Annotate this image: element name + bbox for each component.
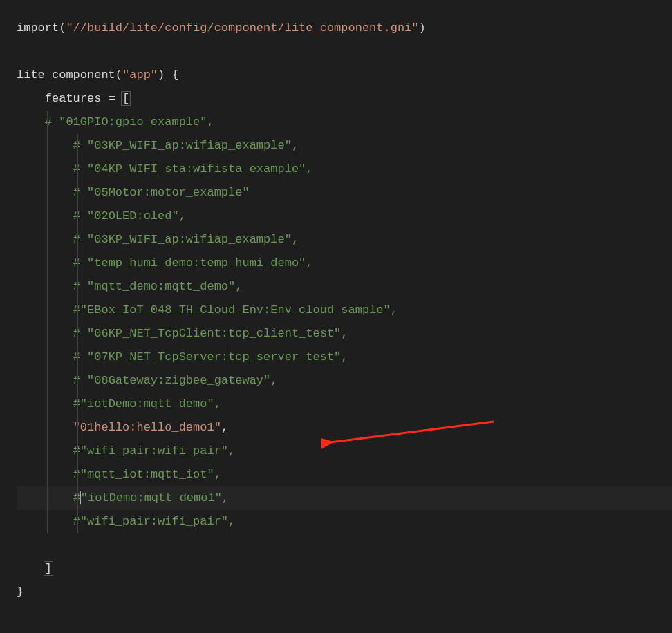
code-line: # "03KP_WIFI_ap:wifiap_example", (17, 228, 672, 252)
open-bracket: [ (121, 91, 131, 106)
paren-open: ( (59, 21, 66, 35)
comment-feature: # "temp_humi_demo:temp_humi_demo", (73, 256, 313, 270)
code-line: # "03KP_WIFI_ap:wifiap_example", (17, 134, 672, 158)
comment-feature: # "03KP_WIFI_ap:wifiap_example", (73, 139, 299, 152)
code-line: # "01GPIO:gpio_example", (17, 111, 672, 134)
func-arg: "app" (122, 68, 158, 82)
code-line: #"iotDemo:mqtt_demo1", (17, 486, 672, 510)
code-line: #"wifi_pair:wifi_pair", (17, 510, 672, 533)
active-feature: "01hello:hello_demo1" (73, 421, 221, 434)
code-line: # "mqtt_demo:mqtt_demo", (17, 275, 672, 299)
comment-feature: # (73, 491, 80, 504)
features-key: features (45, 92, 102, 105)
code-line-blank (17, 40, 672, 64)
func-name: lite_component (17, 68, 115, 82)
code-line: # "02OLED:oled", (17, 205, 672, 228)
paren-close: ) (419, 21, 426, 35)
comment-feature: # "06KP_NET_TcpClient:tcp_client_test", (73, 327, 348, 340)
code-editor[interactable]: import("//build/lite/config/component/li… (17, 17, 672, 604)
comment-feature: #"wifi_pair:wifi_pair", (73, 444, 236, 457)
code-line: features = [ (17, 87, 672, 111)
code-line: } (17, 580, 672, 604)
code-line: # "05Motor:motor_example" (17, 181, 672, 205)
comment-feature: # "mqtt_demo:mqtt_demo", (73, 280, 243, 293)
code-line: ] (17, 557, 672, 580)
code-line: # "06KP_NET_TcpClient:tcp_client_test", (17, 322, 672, 346)
code-line: # "temp_humi_demo:temp_humi_demo", (17, 252, 672, 275)
code-line: #"EBox_IoT_048_TH_Cloud_Env:Env_cloud_sa… (17, 299, 672, 322)
comment-feature: # "01GPIO:gpio_example", (45, 115, 214, 129)
comment-feature: # "05Motor:motor_example" (73, 186, 250, 199)
code-line: #"mqtt_iot:mqtt_iot", (17, 463, 672, 486)
code-line: # "04KP_WIFI_sta:wifista_example", (17, 158, 672, 181)
code-line: import("//build/lite/config/component/li… (17, 17, 672, 40)
comment-feature: #"EBox_IoT_048_TH_Cloud_Env:Env_cloud_sa… (73, 303, 398, 316)
close-bracket: ] (44, 561, 53, 576)
close-brace: } (17, 585, 24, 598)
comment-feature: # "08Gateway:zigbee_gateway", (73, 374, 278, 387)
code-line: #"iotDemo:mqtt_demo", (17, 393, 672, 416)
code-line: lite_component("app") { (17, 64, 672, 87)
comment-feature: #"iotDemo:mqtt_demo", (73, 397, 221, 410)
comment-feature: # "07KP_NET_TcpServer:tcp_server_test", (73, 350, 348, 363)
comment-feature: #"mqtt_iot:mqtt_iot", (73, 468, 221, 481)
code-line: #"wifi_pair:wifi_pair", (17, 440, 672, 463)
code-line: "01hello:hello_demo1", (17, 416, 672, 440)
comment-feature: # "03KP_WIFI_ap:wifiap_example", (73, 233, 299, 246)
code-line-blank (17, 533, 672, 557)
import-path: "//build/lite/config/component/lite_comp… (66, 21, 418, 35)
comment-feature: # "02OLED:oled", (73, 209, 186, 223)
import-keyword: import (17, 21, 59, 35)
comment-feature: #"wifi_pair:wifi_pair", (73, 515, 236, 528)
comment-feature: # "04KP_WIFI_sta:wifista_example", (73, 162, 313, 176)
code-line: # "07KP_NET_TcpServer:tcp_server_test", (17, 346, 672, 369)
code-line: # "08Gateway:zigbee_gateway", (17, 369, 672, 393)
